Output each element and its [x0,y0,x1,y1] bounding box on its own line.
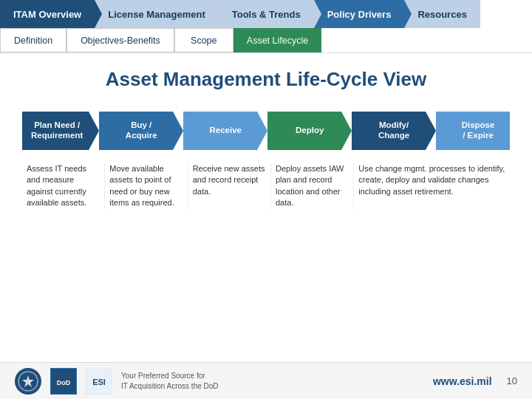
subnav-objectives[interactable]: Objectives-Benefits [66,28,174,52]
step-receive-label: Receive [209,126,241,136]
desc-modify-text: Use change mgmt. processes to identify, … [358,164,505,196]
subnav-scope[interactable]: Scope [174,28,233,52]
step-buy-label: Buy /Acquire [126,120,157,141]
nav-license-mgmt[interactable]: License Management [95,0,219,28]
footer-tagline: Your Preferred Source forIT Acquisition … [121,371,219,392]
desc-deploy-text: Deploy assets IAW plan and record locati… [276,164,344,207]
subnav-scope-label: Scope [191,35,216,46]
nav-tools-trends-label: Tools & Trends [232,9,301,20]
descriptions-row: Assess IT needs and measure against curr… [22,163,510,209]
desc-buy-text: Move available assets to point of need o… [109,164,174,207]
lifecycle-row: Plan Need /Requirement Buy /Acquire Rece… [22,112,510,150]
lifecycle-step-deploy: Deploy [267,112,341,150]
logo-seal [15,368,41,395]
subnav-definition[interactable]: Definition [0,28,66,52]
logo-esi: ESI [86,368,112,395]
step-deploy-label: Deploy [296,126,324,136]
footer: DoD ESI Your Preferred Source forIT Acqu… [0,362,532,399]
desc-modify: Use change mgmt. processes to identify, … [354,163,510,209]
subnav-asset-lifecycle[interactable]: Asset Lifecycle [233,28,321,52]
sub-navigation: Definition Objectives-Benefits Scope Ass… [0,28,532,53]
subnav-definition-label: Definition [14,35,52,46]
lifecycle-step-plan: Plan Need /Requirement [22,112,89,150]
svg-text:ESI: ESI [92,378,106,386]
lifecycle-step-dispose: Dispose/ Expire [436,112,510,150]
subnav-asset-lifecycle-label: Asset Lifecycle [247,35,308,46]
desc-plan-text: Assess IT needs and measure against curr… [27,164,86,207]
step-dispose-label: Dispose/ Expire [462,120,495,141]
nav-resources[interactable]: Resources [404,0,480,28]
footer-url: www.esi.mil [433,375,492,387]
svg-text:DoD: DoD [57,379,71,386]
top-navigation: ITAM Overview License Management Tools &… [0,0,532,28]
nav-resources-label: Resources [417,9,466,20]
lifecycle-step-buy: Buy /Acquire [99,112,173,150]
nav-license-mgmt-label: License Management [108,9,205,20]
lifecycle-step-receive: Receive [183,112,257,150]
nav-itam-overview-label: ITAM Overview [13,9,81,20]
nav-policy-drivers[interactable]: Policy Drivers [314,0,405,28]
page-title: Asset Management Life-Cycle View [22,68,510,91]
nav-policy-drivers-label: Policy Drivers [327,9,392,20]
nav-itam-overview[interactable]: ITAM Overview [0,0,95,28]
subnav-objectives-label: Objectives-Benefits [81,35,160,46]
desc-deploy: Deploy assets IAW plan and record locati… [271,163,354,209]
footer-logos: DoD ESI Your Preferred Source forIT Acqu… [15,368,219,395]
footer-page-number: 10 [507,375,517,386]
nav-tools-trends[interactable]: Tools & Trends [219,0,314,28]
step-modify-label: Modify/Change [378,120,409,141]
desc-receive-text: Receive new assets and record receipt da… [193,164,265,196]
desc-plan: Assess IT needs and measure against curr… [22,163,105,209]
desc-receive: Receive new assets and record receipt da… [188,163,271,209]
desc-buy: Move available assets to point of need o… [105,163,188,209]
logo-dod: DoD [50,368,77,395]
main-content: Asset Management Life-Cycle View Plan Ne… [0,53,532,224]
step-plan-label: Plan Need /Requirement [31,120,83,141]
lifecycle-step-modify: Modify/Change [352,112,426,150]
